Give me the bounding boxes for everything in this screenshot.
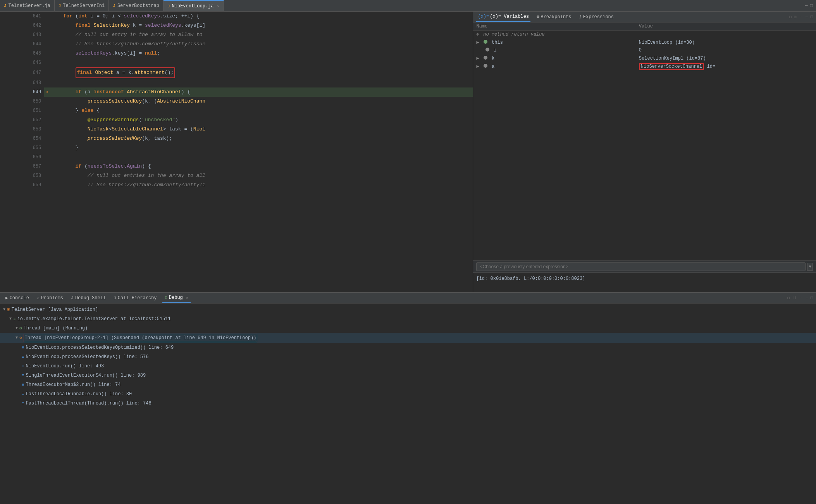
tree-item-label: SingleThreadEventExecutor$4.run() line: … <box>26 372 146 379</box>
bottom-minimize-button[interactable]: ─ <box>806 296 808 300</box>
list-item[interactable]: ▼ ⚙ Thread [nioEventLoopGroup-2-1] (Susp… <box>0 333 816 343</box>
table-row: ⊕ no method return value <box>473 31 816 39</box>
list-item[interactable]: ≡ SingleThreadEventExecutor$4.run() line… <box>0 371 816 380</box>
bottom-suspend-button[interactable]: ⏸ <box>792 295 797 300</box>
tab-call-hierarchy[interactable]: J Call Hierarchy <box>111 293 159 303</box>
tree-expand-icon[interactable]: ▶ <box>476 40 479 45</box>
java-file-icon3: J <box>113 3 115 8</box>
line-number: 654 <box>0 134 44 143</box>
line-gutter <box>44 39 50 49</box>
bottom-menu-button[interactable]: ⋮ <box>799 295 803 300</box>
var-value-a-extra: id= <box>704 64 715 69</box>
tab-server-bootstrap[interactable]: J ServerBootstrap <box>109 0 164 11</box>
table-row: 659 // See https://github.com/netty/nett… <box>0 180 473 190</box>
var-name-a: a <box>492 64 494 69</box>
line-number: 658 <box>0 171 44 180</box>
tab-variables[interactable]: (x)= (x)= Variables <box>476 12 530 22</box>
tab-telnet-server[interactable]: J TelnetServer.ja <box>0 0 55 11</box>
debug-tree[interactable]: ▼ ▣ TelnetServer [Java Application] ▼ ☕ … <box>0 303 816 504</box>
tree-expand-arrow3[interactable]: ▼ <box>15 324 18 332</box>
tree-expand-icon-a[interactable]: ▶ <box>476 64 479 69</box>
table-row: 643 // null out entry in the array to al… <box>0 30 473 39</box>
gray-dot-icon3 <box>484 64 487 68</box>
line-gutter: ⇒ <box>44 87 50 97</box>
panel-layout-button[interactable]: ⊞ <box>794 14 797 19</box>
stack-frame-icon4: ≡ <box>22 372 24 379</box>
code-scroll[interactable]: 641 for (int i = 0; i < selectedKeys.siz… <box>0 12 473 292</box>
tab-breakpoints[interactable]: ⊗ Breakpoints <box>535 12 573 22</box>
vars-col-name: Name <box>473 22 635 31</box>
list-item[interactable]: ≡ NioEventLoop.processSelectedKeys() lin… <box>0 352 816 362</box>
maximize-button[interactable]: □ <box>810 3 813 9</box>
line-gutter <box>44 125 50 134</box>
gray-dot-icon <box>485 48 489 51</box>
vars-col-value: Value <box>636 22 816 31</box>
line-code: // null out entry in the array to allow … <box>50 30 473 39</box>
list-item[interactable]: ≡ NioEventLoop.run() line: 493 <box>0 362 816 371</box>
tab-expressions[interactable]: ƒ Expressions <box>578 12 615 22</box>
var-value-this: NioEventLoop (id=30) <box>639 40 695 45</box>
variables-table[interactable]: Name Value ⊕ no method return value <box>473 22 816 261</box>
panel-collapse-button[interactable]: ⊟ <box>789 14 792 19</box>
tab-console[interactable]: ▶ Console <box>3 293 31 303</box>
debug-tab-close-icon[interactable]: ✕ <box>186 295 188 300</box>
line-gutter <box>44 143 50 153</box>
var-name-cell: ⊕ no method return value <box>473 31 635 39</box>
bottom-layout-button[interactable]: ⊟ <box>787 295 790 300</box>
tab-problems[interactable]: ⚠ Problems <box>34 293 65 303</box>
main-area: 641 for (int i = 0; i < selectedKeys.siz… <box>0 12 816 292</box>
list-item[interactable]: ≡ FastThreadLocalThread(Thread).run() li… <box>0 399 816 408</box>
tree-expand-icon-k[interactable]: ▶ <box>476 56 479 61</box>
list-item[interactable]: ≡ NioEventLoop.processSelectedKeysOptimi… <box>0 343 816 352</box>
expression-input[interactable] <box>476 262 806 271</box>
list-item[interactable]: ▼ ☕ io.netty.example.telnet.TelnetServer… <box>0 314 816 324</box>
line-number: 648 <box>0 78 44 87</box>
list-item[interactable]: ▼ ⚙ Thread [main] (Running) <box>0 324 816 333</box>
line-code: } <box>50 143 473 153</box>
tab-debug-shell[interactable]: J Debug Shell <box>69 293 108 303</box>
table-row: 642 final SelectionKey k = selectedKeys.… <box>0 21 473 30</box>
tree-expand-arrow4[interactable]: ▼ <box>15 334 18 342</box>
tab-debug[interactable]: ⚙ Debug ✕ <box>162 293 191 303</box>
expression-dropdown-button[interactable]: ▼ <box>807 263 813 271</box>
line-code: // null out entries in the array to all <box>50 171 473 180</box>
minimize-button[interactable]: ─ <box>805 3 808 9</box>
tree-expand-arrow[interactable]: ▼ <box>3 306 5 314</box>
tab-close-icon[interactable]: ✕ <box>217 4 220 9</box>
code-table: 641 for (int i = 0; i < selectedKeys.siz… <box>0 12 473 190</box>
bottom-panel: ▶ Console ⚠ Problems J Debug Shell J Cal… <box>0 292 816 504</box>
tree-item-label: ThreadExecutorMap$2.run() line: 74 <box>26 381 121 389</box>
line-code: processSelectedKey(k, task); <box>50 134 473 143</box>
line-gutter <box>44 106 50 115</box>
expression-bar: ▼ <box>473 261 816 273</box>
line-number: 642 <box>0 21 44 30</box>
stack-frame-icon5: ≡ <box>22 381 24 389</box>
problems-icon: ⚠ <box>37 295 40 300</box>
line-number: 655 <box>0 143 44 153</box>
panel-tab-controls: ⊟ ⊞ ⋮ ─ □ <box>789 14 813 19</box>
line-number: 643 <box>0 30 44 39</box>
list-item[interactable]: ≡ FastThreadLocalRunnable.run() line: 30 <box>0 389 816 399</box>
line-gutter <box>44 12 50 21</box>
line-number: 646 <box>0 58 44 67</box>
tab-bar: J TelnetServer.ja J TelnetServerIni J Se… <box>0 0 816 12</box>
panel-maximize-button[interactable]: □ <box>810 15 813 19</box>
tab-nio-event-loop[interactable]: J NioEventLoop.ja ✕ <box>164 0 224 11</box>
var-name-cell: ▶ k <box>473 54 635 62</box>
panel-minimize-button[interactable]: ─ <box>806 15 808 19</box>
table-row: 651 } else { <box>0 106 473 115</box>
tree-expand-arrow2[interactable]: ▼ <box>9 315 12 323</box>
panel-menu-button[interactable]: ⋮ <box>799 14 803 19</box>
list-item[interactable]: ≡ ThreadExecutorMap$2.run() line: 74 <box>0 380 816 389</box>
stack-frame-icon3: ≡ <box>22 362 24 370</box>
breakpoints-icon: ⊗ <box>537 14 539 20</box>
tab-telnet-server-ini[interactable]: J TelnetServerIni <box>55 0 109 11</box>
list-item[interactable]: ▼ ▣ TelnetServer [Java Application] <box>0 305 816 314</box>
tab-window-controls: ─ □ <box>802 3 816 9</box>
line-code <box>50 153 473 162</box>
table-row: 645 selectedKeys.keys[i] = null; <box>0 49 473 58</box>
table-row: i 0 <box>473 46 816 54</box>
line-code <box>50 58 473 67</box>
bottom-maximize-button[interactable]: □ <box>810 296 813 300</box>
line-number: 650 <box>0 97 44 106</box>
